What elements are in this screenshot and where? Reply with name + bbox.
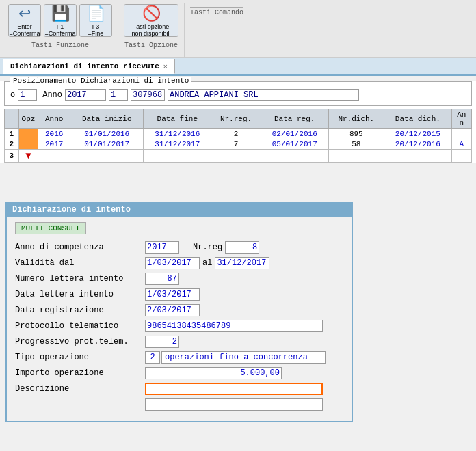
anno-competenza-value[interactable]: 2017 — [145, 241, 179, 254]
dialog-content: MULTI CONSULT Anno di competenza 2017 Nr… — [7, 217, 352, 421]
pos-section-title: Posizionamento Dichiarazioni di intento — [10, 77, 191, 85]
tipo-row: Tipo operazione 2 operazioni fino a conc… — [15, 351, 343, 364]
data-lettera-value[interactable]: 1/03/2017 — [145, 288, 200, 301]
toolbar-group-comando: Tasti Comando — [185, 3, 249, 57]
anno-label: Anno — [42, 90, 62, 100]
row2-opz — [18, 139, 38, 150]
numero-lettera-value[interactable]: 87 — [145, 273, 179, 285]
tipo-num-value[interactable]: 2 — [145, 351, 160, 364]
numero-lettera-row: Numero lettera intento 87 — [15, 273, 343, 285]
importo-label: Importo operazione — [15, 368, 145, 378]
row2-data-inizio: 01/01/2017 — [70, 139, 143, 150]
data-registrazione-row: Data registrazione 2/03/2017 — [15, 304, 343, 316]
validita-dal-value[interactable]: 1/03/2017 — [145, 257, 200, 269]
row1-ann — [451, 129, 471, 139]
progressivo-label: Progressivo prot.telem. — [15, 337, 145, 346]
row1-data-reg: 02/01/2016 — [261, 129, 328, 139]
importo-value[interactable]: 5.000,00 — [145, 367, 282, 379]
nr-reg-label: Nr.reg — [190, 243, 225, 252]
tasti-opzione-button[interactable]: 🚫 Tasti opzionenon disponibili — [124, 4, 178, 37]
col-header-anno: Anno — [38, 109, 70, 129]
data-lettera-label: Data lettera intento — [15, 290, 145, 299]
data-registrazione-value[interactable]: 2/03/2017 — [145, 304, 200, 316]
dialog-dichiarazione: Dichiarazione di intento MULTI CONSULT A… — [5, 202, 353, 422]
descrizione-row: Descrizione — [15, 383, 343, 395]
col-header-data-dich: Data dich. — [384, 109, 451, 129]
data-lettera-row: Data lettera intento 1/03/2017 — [15, 288, 343, 301]
f1-button[interactable]: 💾 F1=Conferma — [44, 4, 77, 37]
descrizione-row2 — [15, 398, 343, 411]
tipo-desc-value: operazioni fino a concorrenza — [161, 351, 326, 364]
toolbar-group-opzione: 🚫 Tasti opzionenon disponibili Tasti Opz… — [118, 3, 185, 57]
table-row: 2 2017 01/01/2017 31/12/2017 7 05/01/201… — [5, 139, 472, 150]
anno-competenza-label: Anno di competenza — [15, 243, 145, 252]
nr-reg-value[interactable]: 8 — [225, 241, 259, 254]
row2-data-reg: 05/01/2017 — [261, 139, 328, 150]
save-icon: 💾 — [51, 5, 70, 23]
col-header-data-fine: Data fine — [144, 109, 211, 129]
o-label: o — [10, 90, 15, 100]
row3-nr-dich — [328, 150, 384, 163]
protocollo-label: Protocollo telematico — [15, 321, 145, 331]
table-row: 1 2016 01/01/2016 31/12/2016 2 02/01/201… — [5, 129, 472, 139]
tipo-label: Tipo operazione — [15, 353, 145, 362]
row2-data-fine: 31/12/2017 — [144, 139, 211, 150]
col-header-opz: Opz — [18, 109, 38, 129]
toolbar: ↩ Enter=Conferma 💾 F1=Conferma 📄 F3=Fine… — [0, 0, 476, 58]
data-registrazione-label: Data registrazione — [15, 305, 145, 315]
progressivo-row: Progressivo prot.telem. 2 — [15, 336, 343, 348]
f3-label: F3=Fine — [88, 23, 104, 37]
f1-label: F1=Conferma — [45, 23, 76, 37]
progressivo-value[interactable]: 2 — [145, 336, 179, 348]
row2-num: 2 — [5, 139, 19, 150]
descrizione-value[interactable] — [145, 383, 323, 395]
anno-competenza-row: Anno di competenza 2017 Nr.reg 8 — [15, 241, 343, 254]
row2-nr-dich: 58 — [328, 139, 384, 150]
col-header-ann: Ann — [451, 109, 471, 129]
descrizione-value2[interactable] — [145, 398, 323, 411]
table-row: 3 ▼ — [5, 150, 472, 163]
row3-opz: ▼ — [18, 150, 38, 163]
enter-label: Enter=Conferma — [10, 23, 40, 37]
down-arrow-icon: ▼ — [25, 150, 31, 161]
row3-nr-reg — [211, 150, 261, 163]
row1-nr-dich: 895 — [328, 129, 384, 139]
col-header-data-reg: Data reg. — [261, 109, 328, 129]
col-header-data-inizio: Data inizio — [70, 109, 143, 129]
document-icon: 📄 — [87, 5, 105, 23]
row1-nr-reg: 2 — [211, 129, 261, 139]
row1-data-dich: 20/12/2015 — [384, 129, 451, 139]
row3-num: 3 — [5, 150, 19, 163]
no-icon: 🚫 — [142, 5, 161, 23]
row3-data-dich — [384, 150, 451, 163]
row2-nr-reg: 7 — [211, 139, 261, 150]
row3-data-fine — [144, 150, 211, 163]
pos-field2[interactable] — [109, 89, 128, 101]
tab-label: Dichiarazioni di intento ricevute — [10, 62, 159, 70]
tab-close-button[interactable]: ✕ — [163, 62, 168, 70]
pos-name[interactable] — [168, 89, 359, 101]
protocollo-value[interactable]: 98654138435486789 — [145, 320, 323, 332]
row3-data-reg — [261, 150, 328, 163]
validita-al-value[interactable]: 31/12/2017 — [215, 257, 269, 269]
enter-button[interactable]: ↩ Enter=Conferma — [8, 4, 41, 37]
pos-code[interactable] — [131, 89, 165, 101]
enter-icon: ↩ — [18, 5, 31, 23]
pos-field1[interactable] — [18, 89, 37, 101]
row1-anno: 2016 — [38, 129, 70, 139]
col-header-nr-dich: Nr.dich. — [328, 109, 384, 129]
col-header-nr-reg: Nr.reg. — [211, 109, 261, 129]
tasti-opzione-group-label: Tasti Opzione — [124, 40, 178, 49]
f3-button[interactable]: 📄 F3=Fine — [79, 4, 112, 37]
pos-anno[interactable] — [65, 89, 106, 101]
protocollo-row: Protocollo telematico 98654138435486789 — [15, 320, 343, 332]
row1-data-inizio: 01/01/2016 — [70, 129, 143, 139]
al-label: al — [200, 258, 215, 268]
row1-opz — [18, 129, 38, 139]
row3-data-inizio — [70, 150, 143, 163]
row1-num: 1 — [5, 129, 19, 139]
positioning-section: Posizionamento Dichiarazioni di intento … — [4, 81, 472, 106]
tasti-comando-label: Tasti Comando — [190, 7, 243, 16]
main-content: Posizionamento Dichiarazioni di intento … — [0, 81, 476, 163]
tab-dichiarazioni[interactable]: Dichiarazioni di intento ricevute ✕ — [3, 59, 175, 74]
